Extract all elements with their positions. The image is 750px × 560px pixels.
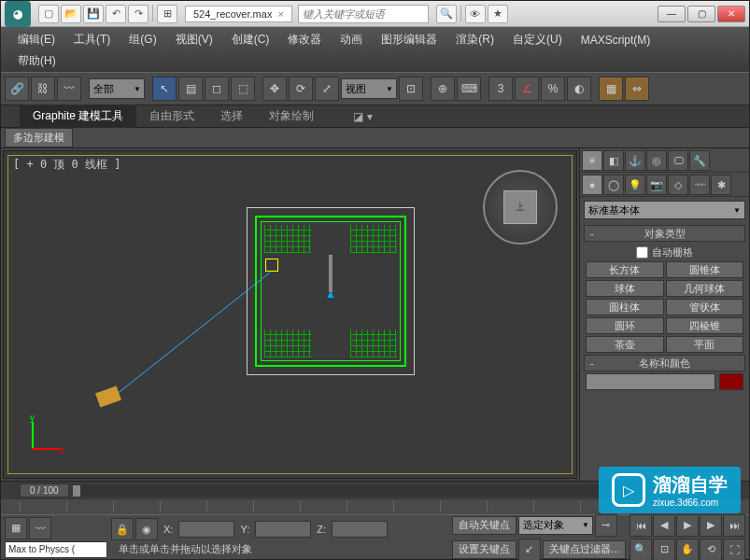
next-frame-icon[interactable]: ▶ [700, 514, 722, 537]
time-slider[interactable]: 0 / 100 [1, 481, 749, 499]
select-region-rect-icon[interactable]: ◻ [205, 77, 229, 101]
rollout-object-type[interactable]: -对象类型 [584, 225, 745, 242]
nav-zoom-all-icon[interactable]: ⊡ [653, 539, 675, 561]
frame-indicator[interactable]: 0 / 100 [20, 483, 69, 497]
lights-icon[interactable]: 💡 [625, 175, 645, 195]
favorites-icon[interactable]: ★ [488, 5, 508, 23]
color-swatch[interactable] [719, 373, 743, 390]
create-tab-icon[interactable]: ☀ [582, 150, 602, 171]
prim-torus[interactable]: 圆环 [586, 317, 664, 334]
menu-modifiers[interactable]: 修改器 [278, 29, 331, 50]
app-logo-icon[interactable]: ◕ [5, 1, 31, 27]
lock-selection-icon[interactable]: 🔒 [111, 518, 134, 540]
setkey-button[interactable]: 设置关键点 [452, 540, 517, 559]
trackbar[interactable] [1, 499, 749, 514]
time-track[interactable] [73, 485, 730, 497]
tab-freeform[interactable]: 自由形式 [136, 105, 207, 128]
play-icon[interactable]: ▶ [676, 514, 699, 537]
key-filters-button[interactable]: 关键点过滤器... [543, 540, 626, 559]
menu-edit[interactable]: 编辑(E) [8, 29, 64, 50]
nav-maximize-icon[interactable]: ⛶ [723, 539, 745, 561]
select-object-icon[interactable]: ↖ [152, 77, 177, 101]
modify-tab-icon[interactable]: ◧ [603, 150, 624, 171]
menu-maxscript[interactable]: MAXScript(M) [572, 31, 660, 49]
tab-graphite[interactable]: Graphite 建模工具 [20, 105, 136, 128]
script-listener-input[interactable]: Max to Physcs ( [5, 541, 107, 558]
use-center-icon[interactable]: ⊡ [399, 77, 423, 101]
keyboard-shortcut-icon[interactable]: ⌨ [457, 77, 481, 101]
autogrid-checkbox[interactable] [636, 246, 648, 259]
mirror-icon[interactable]: ⇔ [625, 77, 649, 101]
viewcube[interactable]: 上 [483, 170, 558, 245]
scene-object[interactable] [321, 255, 340, 301]
percent-snap-icon[interactable]: % [541, 77, 565, 101]
helpers-icon[interactable]: ◇ [668, 175, 688, 195]
rotate-icon[interactable]: ⟳ [289, 77, 313, 101]
document-tab[interactable]: 524_recover.max × [185, 6, 292, 22]
menu-create[interactable]: 创建(C) [222, 29, 279, 50]
prev-frame-icon[interactable]: ◀ [653, 514, 675, 537]
maximize-button[interactable]: ▢ [687, 6, 715, 22]
save-icon[interactable]: 💾 [83, 5, 104, 23]
hierarchy-tab-icon[interactable]: ⚓ [625, 150, 645, 171]
rollout-name-color[interactable]: -名称和颜色 [584, 355, 745, 371]
autokey-button[interactable]: 自动关键点 [452, 516, 517, 535]
trackbar-toggle-icon[interactable]: ▦ [5, 517, 27, 539]
object-name-input[interactable] [586, 373, 715, 390]
selected-light-gizmo[interactable] [265, 259, 278, 272]
polygon-modeling-button[interactable]: 多边形建模 [5, 128, 73, 147]
scale-icon[interactable]: ⤢ [315, 77, 339, 101]
prim-sphere[interactable]: 球体 [586, 280, 664, 297]
menu-help[interactable]: 帮助(H) [8, 50, 65, 72]
viewport[interactable]: [ + 0 顶 0 线框 ] 上 y x [3, 150, 577, 479]
prim-box[interactable]: 长方体 [586, 261, 664, 278]
key-target-select[interactable]: 选定对象 [518, 516, 593, 535]
nav-zoom-icon[interactable]: 🔍 [630, 539, 652, 561]
window-crossing-icon[interactable]: ⬚ [231, 77, 255, 101]
prim-geosphere[interactable]: 几何球体 [666, 280, 744, 297]
motion-tab-icon[interactable]: ◎ [646, 150, 667, 171]
display-tab-icon[interactable]: 🖵 [668, 150, 688, 171]
snap-toggle-icon[interactable]: 3 [488, 77, 513, 101]
menu-group[interactable]: 组(G) [120, 29, 165, 50]
help-search-icon[interactable]: 🔍 [436, 5, 457, 23]
menu-tools[interactable]: 工具(T) [64, 29, 120, 50]
curve-editor-icon[interactable]: 〰 [29, 517, 51, 539]
coord-z-input[interactable] [332, 521, 388, 538]
geometry-icon[interactable]: ● [582, 175, 602, 195]
key-filters-icon[interactable]: ↙ [518, 539, 541, 561]
systems-icon[interactable]: ✱ [711, 175, 731, 195]
new-icon[interactable]: ▢ [38, 5, 59, 23]
utilities-tab-icon[interactable]: 🔧 [689, 150, 710, 171]
prim-cylinder[interactable]: 圆柱体 [586, 299, 664, 315]
menu-graph-editors[interactable]: 图形编辑器 [372, 29, 446, 50]
goto-end-icon[interactable]: ⏭ [723, 514, 745, 537]
key-mode-icon[interactable]: ⊸ [595, 514, 617, 537]
close-tab-icon[interactable]: × [277, 8, 283, 20]
search-input[interactable] [298, 5, 429, 23]
prim-cone[interactable]: 圆锥体 [666, 261, 744, 278]
tab-object-paint[interactable]: 对象绘制 [256, 105, 327, 128]
isolate-icon[interactable]: ◉ [135, 518, 158, 540]
move-icon[interactable]: ✥ [262, 77, 287, 101]
named-sets-icon[interactable]: ▦ [599, 77, 623, 101]
tab-selection[interactable]: 选择 [207, 105, 256, 128]
ribbon-dropdown-icon[interactable]: ◪ ▾ [346, 106, 379, 127]
menu-animation[interactable]: 动画 [331, 29, 372, 50]
spacewarps-icon[interactable]: 〰 [689, 175, 710, 195]
selection-filter-select[interactable]: 全部 [89, 78, 145, 99]
menu-customize[interactable]: 自定义(U) [503, 29, 572, 50]
prim-plane[interactable]: 平面 [666, 336, 744, 353]
viewport-label[interactable]: [ + 0 顶 0 线框 ] [13, 157, 120, 173]
redo-icon[interactable]: ↷ [128, 5, 149, 23]
prim-pyramid[interactable]: 四棱锥 [666, 317, 744, 334]
minimize-button[interactable]: — [658, 6, 686, 22]
category-select[interactable]: 标准基本体 [584, 201, 745, 219]
ref-coord-select[interactable]: 视图 [341, 78, 397, 99]
viewcube-face[interactable]: 上 [503, 190, 537, 224]
cameras-icon[interactable]: 📷 [646, 175, 667, 195]
angle-snap-icon[interactable]: ∠ [515, 77, 539, 101]
shapes-icon[interactable]: ◯ [603, 175, 624, 195]
open-icon[interactable]: 📂 [61, 5, 81, 23]
prim-tube[interactable]: 管状体 [666, 299, 744, 315]
